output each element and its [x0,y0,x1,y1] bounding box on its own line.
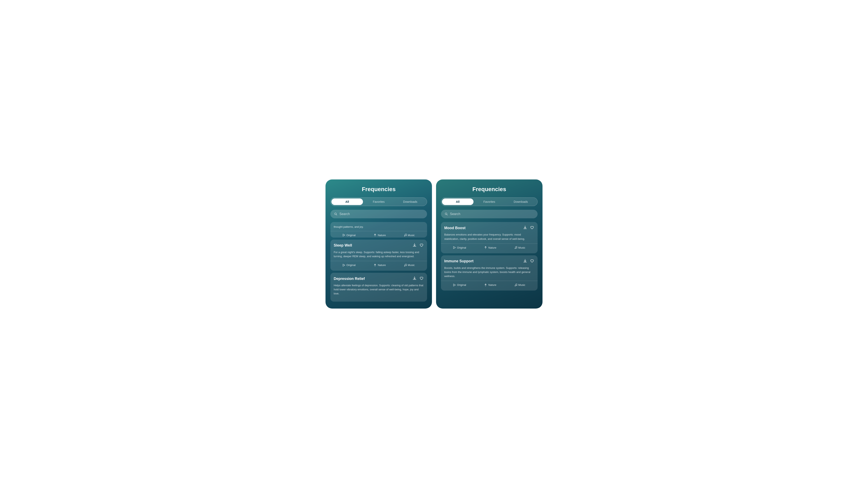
right-immune-support-card: Immune Support Boosts, build [441,255,537,291]
right-mood-boost-title: Mood Boost [444,226,466,230]
left-tab-downloads[interactable]: Downloads [395,198,426,205]
left-tab-favorites[interactable]: Favorites [363,198,395,205]
left-screen-title: Frequencies [331,186,427,193]
left-partial-card-actions: Original Nature Music [334,234,424,237]
music-icon [404,264,407,267]
right-mood-nature-btn[interactable]: Nature [484,246,496,249]
right-immune-support-download-icon[interactable] [523,259,527,264]
svg-point-4 [404,266,405,266]
left-partial-original-btn[interactable]: Original [343,234,355,237]
left-depression-heart-icon[interactable] [419,276,424,281]
svg-line-7 [447,215,447,215]
right-immune-music-btn[interactable]: Music [515,283,525,287]
left-partial-card: thought patterns, and joy. Original Natu… [331,222,427,237]
svg-point-2 [404,236,405,236]
right-search-input[interactable] [450,212,534,216]
music-icon [515,284,517,287]
search-icon [334,213,337,216]
right-phone-screen: Frequencies All Favorites Downloads Mood… [436,180,542,308]
right-mood-music-btn[interactable]: Music [515,246,525,249]
left-partial-card-divider [331,231,427,231]
left-depression-icons [412,276,424,281]
music-icon [515,246,517,249]
left-partial-music-btn[interactable]: Music [404,234,415,237]
left-tab-bar: All Favorites Downloads [331,197,427,206]
left-phone-screen: Frequencies All Favorites Downloads thou… [326,180,432,308]
right-mood-boost-heart-icon[interactable] [530,225,534,231]
right-mood-boost-card: Mood Boost Balances emotions [441,222,537,253]
left-sleep-well-card: Sleep Well For a great night [331,239,427,271]
nature-icon [374,264,376,267]
right-mood-boost-icons [523,225,534,231]
left-sleep-well-download-icon[interactable] [412,243,417,248]
left-depression-title: Depression Relief [334,276,365,281]
nature-icon [484,246,487,249]
right-tab-favorites[interactable]: Favorites [473,198,505,205]
right-mood-boost-description: Balances emotions and elevates your freq… [444,233,534,241]
right-mood-boost-download-icon[interactable] [523,225,527,231]
svg-point-3 [406,235,406,236]
right-immune-support-description: Boosts, builds and strengthens the immun… [444,266,534,278]
left-search-bar[interactable] [331,210,427,218]
right-mood-original-btn[interactable]: Original [453,246,466,249]
right-screen-title: Frequencies [441,186,537,193]
music-icon [404,234,407,236]
right-tab-downloads[interactable]: Downloads [505,198,536,205]
left-tab-all[interactable]: All [332,198,363,205]
left-partial-card-text: thought patterns, and joy. [334,225,424,231]
right-immune-support-heart-icon[interactable] [530,259,534,264]
left-depression-description: Helps alleviate feelings of depression. … [334,283,424,296]
svg-point-5 [406,265,406,266]
left-sleep-well-actions: Original Nature Music [334,264,424,267]
svg-line-1 [336,215,337,215]
play-icon [453,246,456,249]
play-icon [343,264,345,267]
left-sleep-well-description: For a great night's sleep. Supports: fal… [334,250,424,258]
search-icon [445,213,448,216]
right-mood-boost-actions: Original Nature Music [444,246,534,250]
right-tab-all[interactable]: All [442,198,473,205]
left-sleep-well-icons [412,243,424,248]
right-immune-original-btn[interactable]: Original [453,283,466,287]
right-immune-support-icons [523,259,534,264]
left-sleep-original-btn[interactable]: Original [343,264,355,267]
right-mood-boost-divider [441,243,537,244]
left-sleep-music-btn[interactable]: Music [404,264,415,267]
right-immune-support-actions: Original Nature Music [444,283,534,287]
nature-icon [374,234,376,236]
left-search-input[interactable] [339,212,423,216]
left-sleep-nature-btn[interactable]: Nature [374,264,386,267]
right-immune-support-title: Immune Support [444,259,473,263]
right-search-bar[interactable] [441,210,537,218]
right-immune-nature-btn[interactable]: Nature [484,283,496,287]
left-sleep-well-heart-icon[interactable] [419,243,424,248]
play-icon [453,284,456,287]
right-immune-support-header: Immune Support [444,259,534,264]
svg-point-11 [516,285,517,286]
svg-point-9 [516,248,517,249]
right-tab-bar: All Favorites Downloads [441,197,537,206]
left-partial-nature-btn[interactable]: Nature [374,234,386,237]
svg-point-8 [515,248,516,249]
play-icon [343,234,345,236]
left-depression-relief-card: Depression Relief Helps alle [331,273,427,301]
left-sleep-well-title: Sleep Well [334,243,352,248]
right-mood-boost-header: Mood Boost [444,225,534,231]
left-depression-header: Depression Relief [334,276,424,281]
nature-icon [484,284,487,287]
left-sleep-well-header: Sleep Well [334,243,424,248]
left-depression-download-icon[interactable] [412,276,417,281]
svg-point-10 [515,286,516,286]
